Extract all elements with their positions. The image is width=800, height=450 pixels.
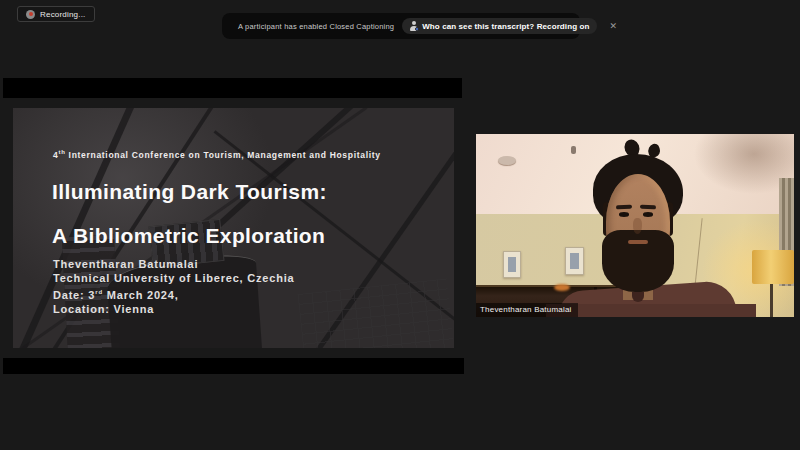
person-icon (410, 21, 418, 31)
recording-indicator[interactable]: Recording... (17, 6, 95, 22)
cc-notification-message: A participant has enabled Closed Caption… (238, 22, 394, 31)
slide-title-line1: Illuminating Dark Tourism: (52, 180, 327, 204)
transcript-info-button[interactable]: Who can see this transcript? Recording o… (402, 18, 597, 34)
slide-affiliation: Technical University of Liberec, Czechia (53, 271, 294, 285)
slide-date: Date: 3rd March 2024, (53, 285, 294, 302)
screenshare-letterbox-top (3, 78, 462, 98)
slide-details: Theventharan Batumalai Technical Univers… (53, 257, 294, 316)
cc-notification-bar: A participant has enabled Closed Caption… (222, 13, 580, 39)
slide-title-line2: A Bibliometric Exploration (52, 224, 325, 248)
participant-person (476, 134, 794, 317)
meeting-window: Recording... A participant has enabled C… (0, 0, 800, 450)
slide-author: Theventharan Batumalai (53, 257, 294, 271)
participant-name-tag: Theventharan Batumalai (476, 303, 578, 317)
slide-conference-line: 4th International Conference on Tourism,… (53, 149, 381, 160)
recording-icon (26, 10, 35, 19)
close-icon[interactable]: ✕ (607, 20, 619, 33)
recording-label: Recording... (40, 10, 86, 19)
shared-presentation-slide: 4th International Conference on Tourism,… (13, 108, 454, 348)
transcript-info-label: Who can see this transcript? Recording o… (422, 22, 589, 31)
screenshare-letterbox-bottom (3, 358, 464, 374)
participant-video-tile[interactable]: Theventharan Batumalai (476, 134, 794, 317)
slide-location: Location: Vienna (53, 302, 294, 316)
